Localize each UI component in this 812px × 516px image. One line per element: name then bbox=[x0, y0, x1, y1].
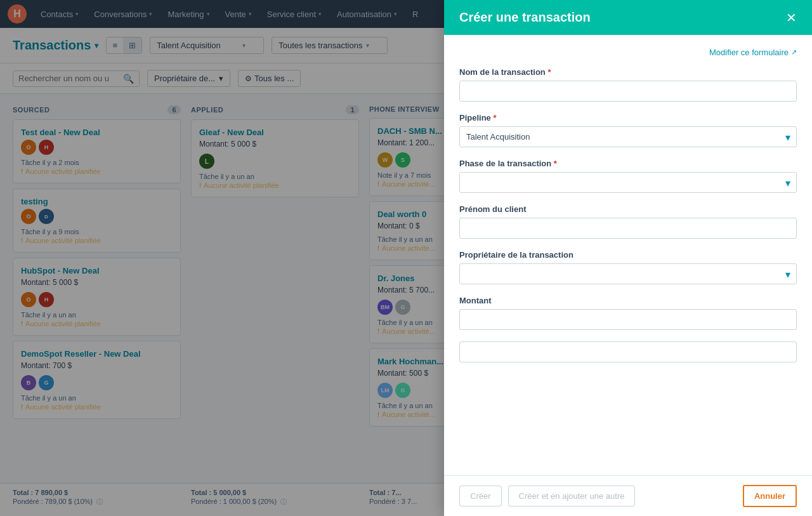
required-indicator: * bbox=[547, 67, 551, 77]
deal-name-label: Nom de la transaction * bbox=[459, 67, 797, 77]
stage-select-wrapper: ▾ bbox=[459, 172, 797, 193]
form-group-owner: Propriétaire de la transaction ▾ bbox=[459, 250, 797, 284]
form-group-extra bbox=[459, 341, 797, 362]
required-indicator: * bbox=[493, 113, 496, 122]
owner-select-wrapper: ▾ bbox=[459, 263, 797, 284]
stage-label: Phase de la transaction * bbox=[459, 159, 797, 168]
modal-edit-link: Modifier ce formulaire ↗ bbox=[459, 48, 797, 57]
form-group-stage: Phase de la transaction * ▾ bbox=[459, 159, 797, 193]
modal-title: Créer une transaction bbox=[459, 10, 591, 25]
deal-name-input[interactable] bbox=[459, 81, 797, 102]
form-group-client: Prénom du client bbox=[459, 204, 797, 239]
pipeline-label: Pipeline * bbox=[459, 113, 797, 122]
create-transaction-modal: Créer une transaction ✕ Modifier ce form… bbox=[444, 0, 812, 516]
form-group-amount: Montant bbox=[459, 296, 797, 330]
extra-input[interactable] bbox=[459, 341, 797, 362]
form-group-pipeline: Pipeline * Talent Acquisition ▾ bbox=[459, 113, 797, 147]
amount-input[interactable] bbox=[459, 309, 797, 330]
required-indicator: * bbox=[554, 159, 557, 168]
external-link-icon: ↗ bbox=[791, 48, 797, 56]
client-name-input[interactable] bbox=[459, 218, 797, 239]
modal-close-button[interactable]: ✕ bbox=[786, 11, 797, 24]
owner-label: Propriétaire de la transaction bbox=[459, 250, 797, 260]
modal-footer: Créer Créer et en ajouter une autre Annu… bbox=[444, 475, 812, 516]
cancel-button[interactable]: Annuler bbox=[743, 485, 797, 507]
edit-form-link[interactable]: Modifier ce formulaire ↗ bbox=[709, 48, 797, 57]
pipeline-select[interactable]: Talent Acquisition bbox=[459, 126, 797, 147]
modal-backdrop[interactable] bbox=[0, 0, 444, 516]
modal-body: Modifier ce formulaire ↗ Nom de la trans… bbox=[444, 35, 812, 475]
modal-overlay[interactable]: Créer une transaction ✕ Modifier ce form… bbox=[0, 0, 812, 516]
create-button[interactable]: Créer bbox=[459, 486, 502, 506]
amount-label: Montant bbox=[459, 296, 797, 305]
form-group-deal-name: Nom de la transaction * bbox=[459, 67, 797, 102]
client-label: Prénom du client bbox=[459, 204, 797, 214]
owner-select[interactable] bbox=[459, 263, 797, 284]
modal-header: Créer une transaction ✕ bbox=[444, 0, 812, 35]
pipeline-select-wrapper: Talent Acquisition ▾ bbox=[459, 126, 797, 147]
stage-select[interactable] bbox=[459, 172, 797, 193]
create-another-button[interactable]: Créer et en ajouter une autre bbox=[508, 486, 636, 506]
